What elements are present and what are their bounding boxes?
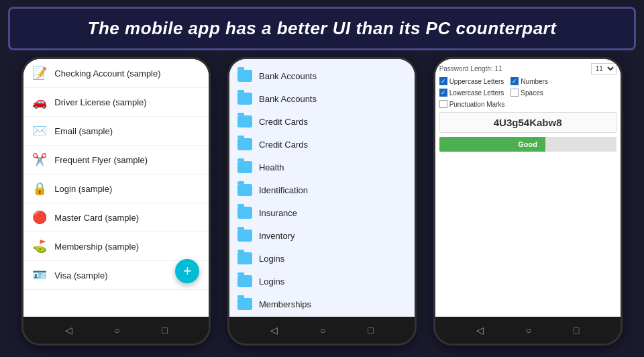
folder-item[interactable]: Insurance <box>229 201 415 224</box>
folder-icon <box>237 161 252 173</box>
item-label: Master Card (sample) <box>54 213 139 223</box>
item-icon: 🔒 <box>32 181 48 197</box>
item-label: Email (sample) <box>54 126 113 136</box>
uppercase-checkbox[interactable]: ✓ <box>439 77 447 85</box>
phone-1-screen: 📝 Checking Account (sample) 🚗 Driver Lic… <box>23 59 209 317</box>
length-dropdown[interactable]: 11 <box>591 63 616 74</box>
back-icon-3[interactable]: ◁ <box>476 325 484 336</box>
folder-item[interactable]: Memberships <box>229 293 415 315</box>
folder-icon <box>237 184 252 196</box>
phone-2-nav-bar: ◁ ○ □ <box>229 317 415 344</box>
folder-icon <box>237 93 252 105</box>
phone-3: Password Length: 11 11 ✓ Uppercase Lette… <box>433 57 623 346</box>
folder-icon <box>237 115 252 128</box>
numbers-option[interactable]: ✓ Numbers <box>511 77 548 85</box>
header-title: The mobile app has a better UI than its … <box>22 18 622 39</box>
numbers-checkbox[interactable]: ✓ <box>511 77 519 85</box>
header-banner: The mobile app has a better UI than its … <box>8 7 636 50</box>
list-item[interactable]: 🔴 Master Card (sample) <box>23 203 209 232</box>
folder-label: Logins <box>259 276 284 287</box>
item-icon: 📝 <box>32 65 48 81</box>
folder-item[interactable]: Identification <box>229 178 415 201</box>
password-screen: Password Length: 11 11 ✓ Uppercase Lette… <box>435 59 621 317</box>
uppercase-option[interactable]: ✓ Uppercase Letters <box>439 77 504 85</box>
folder-icon <box>237 275 252 287</box>
folder-label: Insurance <box>259 208 297 218</box>
folder-item[interactable]: Logins <box>229 247 415 270</box>
folder-label: Credit Cards <box>259 140 308 150</box>
lowercase-label: Lowercase Letters <box>449 89 504 97</box>
strength-label: Good <box>518 140 537 148</box>
home-icon-2[interactable]: ○ <box>320 325 325 336</box>
list-item[interactable]: 📝 Checking Account (sample) <box>23 59 209 88</box>
folder-icon <box>237 252 252 264</box>
folder-item[interactable]: Logins <box>229 270 415 293</box>
folder-label: Identification <box>259 185 308 195</box>
folder-item[interactable]: Credit Cards <box>229 133 415 156</box>
folder-item[interactable]: Bank Accounts <box>229 87 415 110</box>
item-label: Frequent Flyer (sample) <box>54 155 148 165</box>
list-item[interactable]: ⛳ Membership (sample) <box>23 232 209 261</box>
password-display: 4U3g54Kabw8 <box>439 112 616 133</box>
folder-item[interactable]: Registration Numbers <box>229 315 415 317</box>
folder-label: Memberships <box>259 299 311 309</box>
options-row-2: ✓ Lowercase Letters Spaces <box>439 89 616 97</box>
phone-1-nav-bar: ◁ ○ □ <box>23 317 209 344</box>
phone-3-nav-bar: ◁ ○ □ <box>435 317 621 344</box>
strength-bar: Good <box>439 137 616 152</box>
folder-label: Health <box>259 162 284 172</box>
phone-2-screen: Bank Accounts Bank Accounts Credit Cards… <box>229 59 415 317</box>
phone-1: 📝 Checking Account (sample) 🚗 Driver Lic… <box>21 57 211 346</box>
item-icon: ✂️ <box>32 152 48 168</box>
folder-icon <box>237 138 252 150</box>
options-row-3: Punctuation Marks <box>439 100 616 108</box>
folder-icon <box>237 230 252 242</box>
folder-item[interactable]: Inventory <box>229 224 415 247</box>
item-icon: 🚗 <box>32 94 48 110</box>
lowercase-option[interactable]: ✓ Lowercase Letters <box>439 89 504 97</box>
password-length-row: Password Length: 11 11 <box>439 63 616 74</box>
item-label: Login (sample) <box>54 184 112 194</box>
item-icon: ⛳ <box>32 238 48 254</box>
folder-label: Logins <box>259 254 284 264</box>
recent-icon-3[interactable]: □ <box>574 325 579 336</box>
folder-item[interactable]: Bank Accounts <box>229 64 415 87</box>
folder-icon <box>237 70 252 82</box>
phone-2: Bank Accounts Bank Accounts Credit Cards… <box>227 57 417 346</box>
list-item[interactable]: ✂️ Frequent Flyer (sample) <box>23 146 209 174</box>
punctuation-checkbox[interactable] <box>439 100 447 108</box>
item-icon: 🪪 <box>32 267 48 283</box>
folder-item[interactable]: Credit Cards <box>229 110 415 133</box>
options-row-1: ✓ Uppercase Letters ✓ Numbers <box>439 77 616 85</box>
recent-icon[interactable]: □ <box>162 325 168 336</box>
home-icon[interactable]: ○ <box>114 325 119 336</box>
spaces-checkbox[interactable] <box>511 89 519 97</box>
list-item[interactable]: ✉️ Email (sample) <box>23 117 209 146</box>
list-item[interactable]: 🚗 Driver License (sample) <box>23 88 209 117</box>
folder-label: Bank Accounts <box>259 94 317 104</box>
folder-icon <box>237 207 252 219</box>
recent-icon-2[interactable]: □ <box>368 325 373 336</box>
item-label: Checking Account (sample) <box>54 68 160 79</box>
folder-item[interactable]: Health <box>229 156 415 178</box>
phone-3-screen: Password Length: 11 11 ✓ Uppercase Lette… <box>435 59 621 317</box>
spaces-option[interactable]: Spaces <box>511 89 543 97</box>
folder-label: Inventory <box>259 231 294 241</box>
folder-label: Bank Accounts <box>259 71 317 81</box>
folder-screen: Bank Accounts Bank Accounts Credit Cards… <box>229 64 415 317</box>
item-icon: 🔴 <box>32 209 48 225</box>
back-icon-2[interactable]: ◁ <box>270 325 278 336</box>
item-label: Visa (sample) <box>54 270 107 280</box>
lowercase-checkbox[interactable]: ✓ <box>439 89 447 97</box>
back-icon[interactable]: ◁ <box>65 325 72 336</box>
numbers-label: Numbers <box>521 78 548 85</box>
list-item[interactable]: 🔒 Login (sample) <box>23 174 209 203</box>
screen-partial-top <box>229 59 415 64</box>
item-label: Membership (sample) <box>54 242 139 252</box>
phones-container: 📝 Checking Account (sample) 🚗 Driver Lic… <box>0 57 644 346</box>
folder-icon <box>237 298 252 310</box>
punctuation-option[interactable]: Punctuation Marks <box>439 100 505 108</box>
item-icon: ✉️ <box>32 123 48 139</box>
home-icon-3[interactable]: ○ <box>526 325 531 336</box>
password-length-label: Password Length: 11 <box>439 65 502 72</box>
